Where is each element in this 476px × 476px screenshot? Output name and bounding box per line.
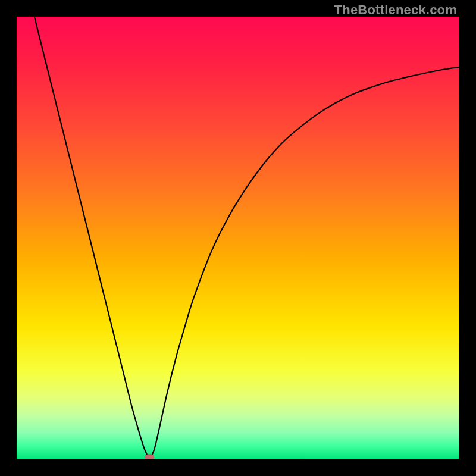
watermark-text: TheBottleneck.com	[334, 2, 457, 18]
bottleneck-chart	[17, 17, 459, 459]
chart-frame	[17, 17, 459, 459]
gradient-background	[17, 17, 459, 459]
